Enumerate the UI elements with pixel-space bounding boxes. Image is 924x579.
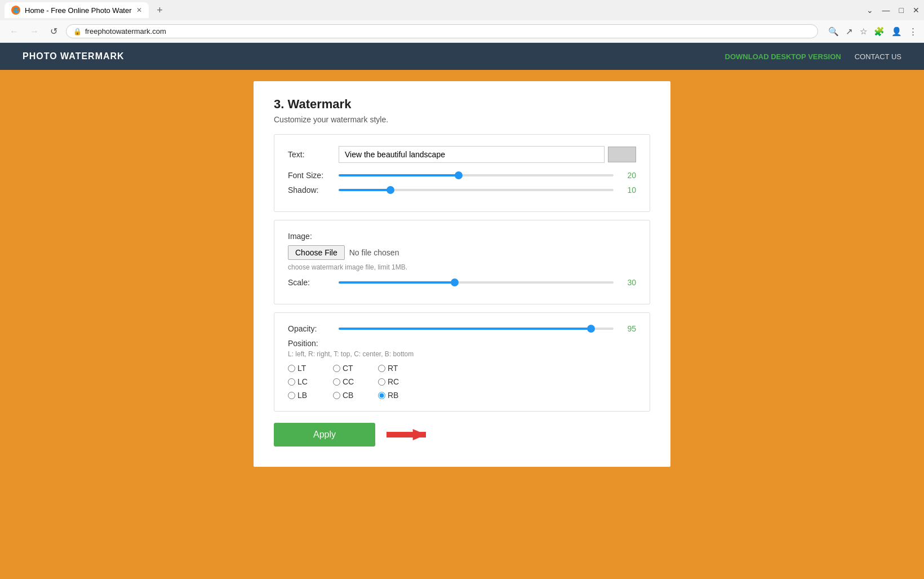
radio-lc-input[interactable]: [288, 378, 295, 386]
radio-ct[interactable]: CT: [333, 364, 378, 373]
radio-cc-input[interactable]: [333, 378, 340, 386]
tab-title: Home - Free Online Photo Water: [25, 6, 132, 15]
browser-tab[interactable]: 🌐 Home - Free Online Photo Water ✕: [5, 2, 149, 18]
radio-rt-input[interactable]: [378, 365, 385, 372]
browser-titlebar: 🌐 Home - Free Online Photo Water ✕ + ⌄ —…: [0, 0, 924, 20]
scale-label: Scale:: [288, 278, 339, 287]
opacity-position-panel: Opacity: 95 Position: L: left, R: right,…: [274, 312, 650, 412]
radio-lc[interactable]: LC: [288, 377, 333, 386]
contact-link[interactable]: CONTACT US: [855, 52, 901, 61]
image-label: Image:: [288, 232, 339, 241]
arrow-indicator: [387, 432, 426, 437]
position-row: Position:: [288, 339, 636, 348]
download-link[interactable]: DOWNLOAD DESKTOP VERSION: [725, 52, 841, 61]
svg-marker-0: [387, 429, 426, 440]
radio-rb[interactable]: RB: [378, 391, 423, 400]
position-label: Position:: [288, 339, 339, 348]
opacity-label: Opacity:: [288, 324, 339, 333]
color-swatch[interactable]: [608, 147, 636, 162]
apply-section: Apply: [274, 423, 650, 447]
font-size-label: Font Size:: [288, 171, 339, 180]
opacity-slider[interactable]: [339, 328, 614, 330]
content-card: 3. Watermark Customize your watermark st…: [254, 81, 670, 467]
text-row: Text:: [288, 146, 636, 163]
minimize-button[interactable]: —: [882, 6, 890, 15]
font-size-slider-wrapper: [339, 174, 614, 176]
shadow-label: Shadow:: [288, 185, 339, 195]
file-name-text: No file chosen: [349, 248, 399, 257]
section-subtitle: Customize your watermark style.: [274, 115, 650, 124]
window-controls: ⌄ — □ ✕: [867, 6, 919, 15]
position-radio-grid: LT CT RT LC CC RC: [288, 364, 636, 400]
radio-rt[interactable]: RT: [378, 364, 423, 373]
radio-lt[interactable]: LT: [288, 364, 333, 373]
lock-icon: 🔒: [73, 28, 82, 36]
new-tab-button[interactable]: +: [152, 2, 168, 18]
bookmark-icon[interactable]: ☆: [860, 26, 867, 37]
forward-button[interactable]: →: [27, 25, 42, 38]
file-hint-text: choose watermark image file, limit 1MB.: [288, 263, 636, 271]
radio-lt-input[interactable]: [288, 365, 295, 372]
radio-lb-input[interactable]: [288, 392, 295, 399]
font-size-slider[interactable]: [339, 174, 614, 176]
radio-rc[interactable]: RC: [378, 377, 423, 386]
site-logo: PHOTO WATERMARK: [23, 51, 125, 61]
radio-lb[interactable]: LB: [288, 391, 333, 400]
shadow-slider-wrapper: [339, 189, 614, 191]
browser-nav-icons: 🔍 ↗ ☆ 🧩 👤 ⋮: [828, 26, 917, 37]
browser-chrome: 🌐 Home - Free Online Photo Water ✕ + ⌄ —…: [0, 0, 924, 43]
shadow-row: Shadow: 10: [288, 185, 636, 195]
radio-rb-input[interactable]: [378, 392, 385, 399]
apply-button[interactable]: Apply: [274, 423, 375, 447]
font-size-row: Font Size: 20: [288, 171, 636, 180]
site-nav: DOWNLOAD DESKTOP VERSION CONTACT US: [725, 52, 901, 61]
address-bar[interactable]: 🔒 freephotowatermark.com: [66, 24, 818, 38]
text-input[interactable]: [339, 146, 605, 163]
radio-ct-input[interactable]: [333, 365, 340, 372]
site-header: PHOTO WATERMARK DOWNLOAD DESKTOP VERSION…: [0, 43, 924, 70]
browser-navbar: ← → ↺ 🔒 freephotowatermark.com 🔍 ↗ ☆ 🧩 👤…: [0, 20, 924, 43]
section-title: 3. Watermark: [274, 97, 650, 112]
shadow-slider[interactable]: [339, 189, 614, 191]
scale-slider-wrapper: [339, 281, 614, 284]
file-input-row: Choose File No file chosen: [288, 245, 636, 260]
tab-close-button[interactable]: ✕: [136, 6, 142, 14]
text-label: Text:: [288, 150, 339, 159]
opacity-slider-wrapper: [339, 328, 614, 330]
radio-rc-input[interactable]: [378, 378, 385, 386]
zoom-icon[interactable]: 🔍: [828, 26, 839, 37]
opacity-value: 95: [619, 324, 636, 333]
profile-icon[interactable]: 👤: [891, 26, 902, 37]
maximize-button[interactable]: □: [899, 6, 904, 15]
close-button[interactable]: ✕: [913, 6, 919, 15]
menu-icon[interactable]: ⋮: [909, 26, 917, 37]
page-background: 3. Watermark Customize your watermark st…: [0, 70, 924, 579]
radio-cc[interactable]: CC: [333, 377, 378, 386]
text-panel: Text: Font Size: 20 Shadow:: [274, 134, 650, 212]
url-text: freephotowatermark.com: [85, 27, 166, 36]
extensions-icon[interactable]: 🧩: [874, 26, 885, 37]
font-size-value: 20: [619, 171, 636, 180]
scale-value: 30: [619, 278, 636, 287]
scale-slider[interactable]: [339, 281, 614, 284]
scale-row: Scale: 30: [288, 278, 636, 287]
image-label-row: Image:: [288, 232, 636, 241]
arrow-body: [387, 432, 426, 437]
image-panel: Image: Choose File No file chosen choose…: [274, 220, 650, 304]
arrow-svg: [387, 425, 426, 445]
chevron-down-icon[interactable]: ⌄: [867, 6, 873, 15]
reload-button[interactable]: ↺: [47, 25, 60, 38]
shadow-value: 10: [619, 185, 636, 195]
tab-favicon: 🌐: [11, 6, 20, 15]
position-legend: L: left, R: right, T: top, C: center, B:…: [288, 350, 636, 358]
radio-cb[interactable]: CB: [333, 391, 378, 400]
opacity-row: Opacity: 95: [288, 324, 636, 333]
back-button[interactable]: ←: [7, 25, 21, 38]
share-icon[interactable]: ↗: [846, 26, 853, 37]
choose-file-button[interactable]: Choose File: [288, 245, 345, 260]
radio-cb-input[interactable]: [333, 392, 340, 399]
